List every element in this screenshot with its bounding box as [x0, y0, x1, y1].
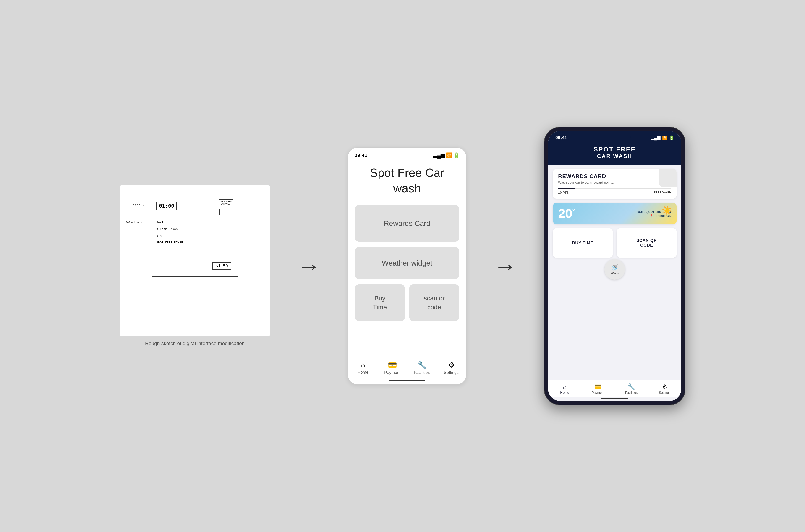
final-signal-icon: ▂▄▆ [651, 135, 660, 140]
rewards-progress-bg [558, 188, 671, 189]
rewards-progress-wrap: 10 PTS FREE WASH [558, 188, 671, 194]
rewards-card-title: REWARDS CARD [558, 173, 671, 179]
wf-weather-label: Weather widget [382, 259, 432, 267]
location-pin-icon: 📍 [649, 214, 653, 217]
final-battery-icon: 🔋 [669, 135, 674, 140]
wf-facilities-label: Facilities [414, 370, 430, 375]
wash-fab-label: Wash [611, 272, 619, 275]
final-facilities-label: Facilities [625, 391, 638, 395]
weather-degree: ° [572, 208, 575, 215]
wf-rewards-label: Rewards Card [384, 219, 431, 228]
weather-temp: 20° [558, 206, 575, 221]
final-content: REWARDS CARD Wash your car to earn rewar… [548, 165, 681, 380]
wf-facilities-icon: 🔧 [417, 361, 427, 369]
sketch-pause-button: ⏸ [213, 209, 220, 215]
final-header-spot: SPOT FREE [553, 146, 677, 153]
wf-tab-home[interactable]: ⌂ Home [348, 361, 378, 375]
wf-content: Rewards Card Weather widget BuyTime scan… [348, 203, 466, 357]
sketch-price: $1.50 [212, 262, 231, 270]
wf-status-bar: 09:41 ▂▄▆ 🛜 🔋 [348, 148, 466, 160]
wf-rewards-card[interactable]: Rewards Card [355, 205, 459, 242]
wf-home-label: Home [357, 370, 368, 375]
final-tab-payment[interactable]: 💳 Payment [581, 382, 615, 396]
buy-time-button[interactable]: BUY TIME [553, 228, 613, 258]
wf-home-icon: ⌂ [361, 361, 365, 369]
final-phone-inner: 09:41 ▂▄▆ 🛜 🔋 SPOT FREE CAR WASH [548, 131, 681, 401]
sketch-timer: 01:00 [156, 202, 177, 210]
final-payment-icon: 💳 [594, 383, 602, 390]
sketch-content: Timer → 01:00 SPOT FREE CAR WASH ⏸ SoaP [129, 195, 261, 327]
dynamic-island [599, 133, 631, 141]
final-tab-bar: ⌂ Home 💳 Payment 🔧 Facilities ⚙ Settings [548, 380, 681, 397]
wf-signal-icon: ▂▄▆ [433, 152, 445, 158]
wf-scan-qr-button[interactable]: scan qrcode [409, 284, 459, 321]
wf-settings-label: Settings [444, 370, 458, 375]
final-tab-settings[interactable]: ⚙ Settings [648, 382, 681, 396]
pause-icon: ⏸ [215, 210, 218, 214]
rewards-free: FREE [654, 191, 662, 194]
wf-scan-qr-label: scan qrcode [424, 294, 445, 311]
rewards-pts-label: 10 PTS [558, 191, 569, 194]
final-home-indicator [601, 398, 629, 399]
wf-buy-time-label: BuyTime [373, 294, 387, 311]
scan-qr-button[interactable]: SCAN QRCODE [617, 228, 677, 258]
wf-payment-icon: 💳 [388, 361, 397, 369]
final-header-carwash: CAR WASH [553, 153, 677, 159]
final-facilities-icon: 🔧 [628, 383, 635, 390]
sketch-items-list: SoaP ⊕ Foam Brush Rinse SPOT FREE RINSE [156, 220, 183, 245]
sketch-soap: SoaP [156, 220, 183, 225]
wf-bottom-row: BuyTime scan qrcode [355, 284, 459, 321]
rewards-goal-label: FREE WASH [654, 191, 671, 194]
final-time: 09:41 [555, 135, 567, 140]
wf-title: Spot Free Car wash [348, 160, 466, 203]
wf-time: 09:41 [355, 152, 367, 158]
final-tab-facilities[interactable]: 🔧 Facilities [615, 382, 648, 396]
sketch-panel: Timer → 01:00 SPOT FREE CAR WASH ⏸ SoaP [119, 186, 270, 336]
corner-badge [658, 169, 677, 187]
action-buttons: BUY TIME SCAN QRCODE [553, 228, 677, 258]
final-home-label: Home [560, 391, 569, 395]
final-payment-label: Payment [592, 391, 604, 395]
final-phone-shell: 09:41 ▂▄▆ 🛜 🔋 SPOT FREE CAR WASH [544, 127, 686, 405]
wf-tab-facilities[interactable]: 🔧 Facilities [407, 361, 436, 375]
final-home-icon: ⌂ [563, 383, 566, 390]
final-header: SPOT FREE CAR WASH [548, 142, 681, 165]
selections-annotation: Selections [126, 221, 142, 224]
wf-battery-icon: 🔋 [453, 152, 460, 158]
sketch-inner: Timer → 01:00 SPOT FREE CAR WASH ⏸ SoaP [151, 195, 238, 277]
wf-settings-icon: ⚙ [448, 361, 454, 369]
weather-temp-section: 20° [558, 207, 575, 220]
sketch-caption: Rough sketch of digital interface modifi… [145, 341, 245, 346]
wf-status-icons: ▂▄▆ 🛜 🔋 [433, 152, 460, 158]
wash-fab-icon: 🚿 [611, 264, 619, 271]
rewards-card-subtitle: Wash your car to earn reward points. [558, 180, 671, 184]
final-status-right: ▂▄▆ 🛜 🔋 [651, 135, 674, 140]
sketch-foam: ⊕ Foam Brush [156, 227, 183, 232]
wireframe-phone: 09:41 ▂▄▆ 🛜 🔋 Spot Free Car wash Rewards… [348, 147, 466, 385]
wf-buy-time-button[interactable]: BuyTime [355, 284, 405, 321]
scan-qr-label: SCAN QRCODE [636, 238, 657, 248]
wf-tab-bar: ⌂ Home 💳 Payment 🔧 Facilities ⚙ Settings [348, 357, 466, 377]
sketch-rinse: Rinse [156, 233, 183, 239]
wf-tab-settings[interactable]: ⚙ Settings [436, 361, 466, 375]
final-settings-icon: ⚙ [662, 383, 668, 390]
final-tab-home[interactable]: ⌂ Home [548, 382, 581, 396]
timer-annotation: Timer → [131, 204, 144, 207]
rewards-progress-fill [558, 188, 575, 189]
final-settings-label: Settings [659, 391, 671, 395]
wf-wifi-icon: 🛜 [446, 152, 452, 158]
sketch-logo-line2: CAR WASH [220, 203, 232, 205]
rewards-wash: WASH [662, 191, 671, 194]
weather-widget[interactable]: 20° Tuesday, 01 December 📍 Toronto, ON ☀… [553, 203, 677, 225]
wf-tab-payment[interactable]: 💳 Payment [378, 361, 407, 375]
wf-payment-label: Payment [384, 370, 400, 375]
final-wifi-icon: 🛜 [662, 135, 667, 140]
sketch-logo-line1: SPOT FREE [220, 200, 232, 203]
rewards-card[interactable]: REWARDS CARD Wash your car to earn rewar… [553, 169, 677, 199]
final-phone-wrap: 09:41 ▂▄▆ 🛜 🔋 SPOT FREE CAR WASH [544, 127, 686, 405]
wf-weather-widget[interactable]: Weather widget [355, 247, 459, 279]
wash-fab-button[interactable]: 🚿 Wash [604, 259, 625, 280]
wash-fab-wrap: 🚿 Wash [553, 259, 677, 280]
weather-temp-value: 20 [558, 206, 572, 221]
arrow-2: → [494, 254, 517, 278]
